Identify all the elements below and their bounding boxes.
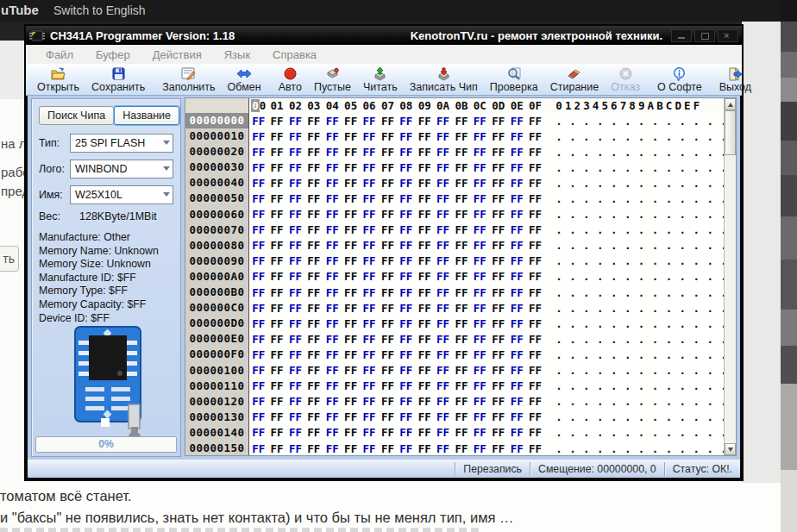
- toolbar-blank-button[interactable]: Пустые: [308, 65, 357, 95]
- hex-byte-cell[interactable]: FF: [471, 130, 489, 143]
- hex-byte-cell[interactable]: FF: [397, 192, 415, 205]
- hex-byte-cell[interactable]: FF: [507, 270, 525, 283]
- hex-byte-cell[interactable]: FF: [360, 348, 378, 361]
- hex-byte-cell[interactable]: FF: [397, 177, 415, 190]
- hex-byte-cell[interactable]: FF: [471, 395, 489, 408]
- hex-byte-cell[interactable]: FF: [304, 239, 323, 252]
- hex-byte-cell[interactable]: FF: [360, 254, 378, 267]
- hex-byte-cell[interactable]: FF: [342, 223, 360, 236]
- hex-byte-cell[interactable]: FF: [323, 333, 342, 346]
- hex-byte-cell[interactable]: FF: [342, 192, 360, 205]
- hex-byte-cell[interactable]: FF: [249, 317, 267, 330]
- hex-byte-cell[interactable]: FF: [489, 254, 507, 267]
- hex-byte-cell[interactable]: FF: [397, 254, 415, 267]
- hex-byte-cell[interactable]: FF: [452, 317, 470, 330]
- hex-byte-cell[interactable]: FF: [452, 379, 470, 392]
- hex-byte-cell[interactable]: FF: [323, 442, 342, 455]
- hex-byte-cell[interactable]: FF: [304, 130, 323, 143]
- hex-byte-cell[interactable]: FF: [267, 442, 286, 455]
- hex-byte-cell[interactable]: FF: [379, 254, 397, 267]
- hex-byte-cell[interactable]: FF: [434, 442, 452, 455]
- toolbar-read-button[interactable]: Читать: [357, 65, 404, 95]
- hex-byte-cell[interactable]: FF: [342, 426, 360, 439]
- hex-byte-cell[interactable]: FF: [379, 146, 397, 159]
- hex-byte-cell[interactable]: FF: [360, 410, 378, 423]
- hex-byte-cell[interactable]: FF: [286, 317, 304, 330]
- hex-byte-cell[interactable]: FF: [249, 410, 267, 423]
- hex-byte-cell[interactable]: FF: [452, 364, 470, 377]
- hex-byte-cell[interactable]: FF: [434, 208, 452, 221]
- hex-byte-cell[interactable]: FF: [526, 177, 544, 190]
- hex-byte-cell[interactable]: FF: [471, 223, 489, 236]
- hex-byte-cell[interactable]: FF: [379, 410, 397, 423]
- hex-byte-cell[interactable]: FF: [471, 286, 489, 299]
- hex-byte-cell[interactable]: FF: [286, 348, 304, 361]
- hex-byte-cell[interactable]: FF: [471, 115, 489, 128]
- hex-byte-cell[interactable]: FF: [379, 130, 397, 143]
- hex-byte-cell[interactable]: FF: [507, 192, 525, 205]
- hex-byte-cell[interactable]: FF: [323, 208, 342, 221]
- hex-byte-cell[interactable]: FF: [249, 115, 267, 128]
- hex-byte-cell[interactable]: FF: [379, 333, 397, 346]
- hex-byte-cell[interactable]: FF: [304, 302, 323, 315]
- hex-byte-cell[interactable]: FF: [471, 379, 489, 392]
- hex-byte-cell[interactable]: FF: [360, 146, 378, 159]
- hex-byte-cell[interactable]: FF: [286, 426, 304, 439]
- hex-byte-cell[interactable]: FF: [526, 254, 544, 267]
- hex-byte-cell[interactable]: FF: [304, 146, 323, 159]
- hex-byte-cell[interactable]: FF: [397, 161, 415, 174]
- hex-byte-cell[interactable]: FF: [452, 223, 470, 236]
- hex-byte-cell[interactable]: FF: [360, 239, 378, 252]
- hex-byte-cell[interactable]: FF: [434, 286, 452, 299]
- hex-byte-cell[interactable]: FF: [434, 426, 452, 439]
- hex-byte-cell[interactable]: FF: [434, 317, 452, 330]
- hex-byte-cell[interactable]: FF: [526, 426, 544, 439]
- hex-byte-cell[interactable]: FF: [397, 270, 415, 283]
- hex-byte-cell[interactable]: FF: [249, 254, 267, 267]
- chip-name-button[interactable]: Название: [114, 106, 179, 125]
- hex-byte-cell[interactable]: FF: [507, 239, 525, 252]
- hex-byte-cell[interactable]: FF: [471, 208, 489, 221]
- hex-byte-cell[interactable]: FF: [360, 223, 378, 236]
- hex-byte-cell[interactable]: FF: [304, 223, 323, 236]
- hex-byte-cell[interactable]: FF: [416, 317, 434, 330]
- hex-byte-cell[interactable]: FF: [360, 426, 378, 439]
- hex-byte-cell[interactable]: FF: [416, 115, 434, 128]
- hex-byte-cell[interactable]: FF: [267, 239, 286, 252]
- hex-byte-cell[interactable]: FF: [286, 161, 304, 174]
- hex-byte-cell[interactable]: FF: [323, 317, 342, 330]
- hex-byte-cell[interactable]: FF: [434, 410, 452, 423]
- hex-byte-cell[interactable]: FF: [507, 317, 525, 330]
- hex-byte-cell[interactable]: FF: [434, 130, 452, 143]
- hex-byte-cell[interactable]: FF: [379, 442, 397, 455]
- hex-byte-cell[interactable]: FF: [526, 302, 544, 315]
- hex-byte-cell[interactable]: FF: [507, 146, 525, 159]
- hex-byte-cell[interactable]: FF: [526, 223, 544, 236]
- hex-byte-cell[interactable]: FF: [342, 208, 360, 221]
- hex-byte-cell[interactable]: FF: [286, 270, 304, 283]
- hex-byte-cell[interactable]: FF: [304, 161, 323, 174]
- hex-byte-cell[interactable]: FF: [323, 395, 342, 408]
- hex-byte-cell[interactable]: FF: [249, 146, 267, 159]
- hex-byte-cell[interactable]: FF: [416, 286, 434, 299]
- hex-byte-cell[interactable]: FF: [507, 442, 525, 455]
- hex-byte-cell[interactable]: FF: [342, 333, 360, 346]
- hex-byte-cell[interactable]: FF: [452, 192, 470, 205]
- hex-byte-cell[interactable]: FF: [452, 348, 470, 361]
- hex-byte-cell[interactable]: FF: [286, 364, 304, 377]
- hex-byte-cell[interactable]: FF: [304, 364, 323, 377]
- search-chip-button[interactable]: Поиск Чипа: [39, 106, 114, 125]
- hex-byte-cell[interactable]: FF: [304, 348, 323, 361]
- hex-byte-cell[interactable]: FF: [304, 192, 323, 205]
- hex-byte-cell[interactable]: FF: [397, 146, 415, 159]
- hex-byte-cell[interactable]: FF: [489, 146, 507, 159]
- hex-byte-cell[interactable]: FF: [526, 348, 544, 361]
- hex-byte-cell[interactable]: FF: [304, 333, 323, 346]
- hex-byte-cell[interactable]: FF: [452, 254, 470, 267]
- hex-byte-cell[interactable]: FF: [526, 379, 544, 392]
- hex-byte-cell[interactable]: FF: [434, 239, 452, 252]
- hex-byte-cell[interactable]: FF: [526, 364, 544, 377]
- hex-byte-cell[interactable]: FF: [267, 115, 286, 128]
- hex-byte-cell[interactable]: FF: [416, 364, 434, 377]
- hex-byte-cell[interactable]: FF: [286, 302, 304, 315]
